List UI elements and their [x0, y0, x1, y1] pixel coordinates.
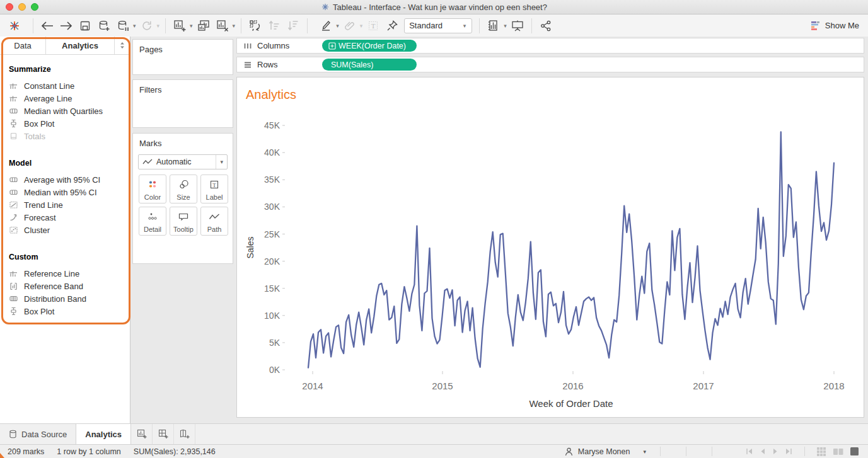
last-sheet-icon[interactable]: [785, 448, 793, 455]
analytics-item-forecast[interactable]: Forecast: [0, 211, 130, 224]
reference-line-icon: [9, 269, 18, 278]
tableau-logo[interactable]: [6, 17, 23, 35]
format-workbook-button[interactable]: [342, 17, 358, 35]
highlight-button[interactable]: [318, 17, 334, 35]
analytics-item-box-plot-custom[interactable]: Box Plot: [0, 305, 130, 318]
x-tick-label: 2014: [302, 381, 323, 391]
cluster-icon: [9, 226, 18, 234]
new-dashboard-tab-button[interactable]: [153, 424, 174, 444]
analytics-item-reference-line[interactable]: Reference Line: [0, 267, 130, 280]
data-source-tab[interactable]: Data Source: [0, 424, 76, 444]
x-tick-label: 2017: [693, 381, 714, 391]
fit-dropdown-caret: ▾: [463, 23, 466, 29]
duplicate-sheet-button[interactable]: [195, 17, 212, 35]
pause-auto-updates-button[interactable]: [115, 17, 131, 35]
svg-text:T: T: [212, 181, 216, 188]
next-sheet-icon[interactable]: [772, 448, 778, 455]
show-me-button[interactable]: Show Me: [811, 20, 859, 31]
first-sheet-icon[interactable]: [745, 448, 753, 455]
window-title: Tableau - Interface - Wat kun je waar vi…: [333, 3, 547, 12]
tableau-logo-icon: [8, 19, 21, 33]
save-button[interactable]: [77, 17, 93, 35]
analytics-item-label: Totals: [24, 132, 45, 141]
analytics-item-reference-band[interactable]: Reference Band: [0, 280, 130, 292]
mark-type-dropdown[interactable]: Automatic ▾: [138, 154, 228, 169]
sales-line[interactable]: [308, 132, 834, 367]
show-tabs-view-icon[interactable]: [816, 447, 826, 457]
filters-shelf[interactable]: Filters: [132, 79, 233, 128]
y-tick-label: 5K: [269, 338, 281, 348]
analytics-item-average-95ci[interactable]: Average with 95% CI: [0, 173, 130, 186]
new-worksheet-caret[interactable]: ▾: [190, 23, 193, 29]
redo-button[interactable]: [58, 17, 74, 35]
undo-button[interactable]: [39, 17, 55, 35]
show-mark-labels-button[interactable]: [485, 17, 502, 35]
path-button[interactable]: Path: [200, 207, 228, 236]
sheet-tab-analytics[interactable]: Analytics: [76, 424, 131, 444]
sheet-canvas[interactable]: Analytics 0K5K10K15K20K25K30K35K40K45K20…: [236, 77, 864, 418]
rows-pill-sum-sales[interactable]: SUM(Sales): [322, 59, 417, 71]
analytics-item-distribution-band[interactable]: Distribution Band: [0, 292, 130, 305]
y-tick-label: 30K: [264, 202, 281, 212]
marks-count: 209 marks: [8, 447, 44, 456]
tooltip-button[interactable]: Tooltip: [170, 207, 197, 236]
analytics-item-cluster[interactable]: Cluster: [0, 224, 130, 236]
previous-sheet-icon[interactable]: [760, 448, 766, 455]
detail-icon: [148, 212, 158, 222]
worksheet-area: Columns WEEK(Order Date) Rows SUM(Sales)…: [236, 37, 864, 423]
presentation-mode-button[interactable]: [509, 17, 526, 35]
user-menu[interactable]: Maryse Monen ▾: [558, 447, 652, 457]
sort-descending-button[interactable]: [285, 17, 301, 35]
columns-shelf[interactable]: Columns WEEK(Order Date): [236, 38, 864, 54]
x-tick-label: 2015: [432, 381, 453, 391]
reference-band-icon: [9, 282, 18, 290]
color-button[interactable]: Color: [139, 175, 166, 203]
analytics-item-median-with-quartiles[interactable]: Median with Quartiles: [0, 105, 130, 117]
label-button[interactable]: T Label: [200, 175, 228, 203]
new-worksheet-button[interactable]: [171, 17, 188, 35]
share-button[interactable]: [538, 17, 554, 35]
sheet-view-icon[interactable]: [850, 447, 859, 456]
pause-auto-updates-caret[interactable]: ▾: [133, 23, 136, 29]
detail-button[interactable]: Detail: [139, 207, 166, 236]
text-format-button[interactable]: T: [365, 17, 381, 35]
columns-shelf-label: Columns: [257, 41, 289, 50]
size-button[interactable]: Size: [170, 175, 197, 203]
rows-shelf[interactable]: Rows SUM(Sales): [236, 57, 864, 72]
add-data-source-icon: [97, 19, 111, 33]
new-worksheet-tab-button[interactable]: [131, 424, 153, 444]
x-axis-title: Week of Order Date: [529, 398, 613, 409]
tab-analytics[interactable]: Analytics: [46, 37, 115, 54]
analytics-item-average-line[interactable]: Average Line: [0, 92, 130, 105]
clear-sheet-caret[interactable]: ▾: [233, 23, 236, 29]
analytics-item-constant-line[interactable]: Constant Line: [0, 79, 130, 92]
save-icon: [79, 20, 91, 32]
pane-collapse-control[interactable]: [115, 37, 130, 54]
columns-pill-week-order-date[interactable]: WEEK(Order Date): [322, 40, 417, 52]
add-data-source-button[interactable]: [96, 17, 112, 35]
pin-button[interactable]: [384, 17, 400, 35]
analytics-item-trend-line[interactable]: Trend Line: [0, 198, 130, 211]
label-icon: T: [209, 180, 219, 190]
tab-data[interactable]: Data: [0, 37, 46, 54]
columns-pill-label: WEEK(Order Date): [339, 42, 406, 50]
sales-line-chart[interactable]: 0K5K10K15K20K25K30K35K40K45K201420152016…: [237, 108, 864, 417]
marks-buttons: Color Size T Label Detail Tooltip: [139, 175, 233, 236]
format-workbook-caret[interactable]: ▾: [360, 23, 363, 29]
analytics-item-box-plot[interactable]: Box Plot: [0, 117, 130, 130]
refresh-data-caret[interactable]: ▾: [157, 23, 160, 29]
analytics-item-totals[interactable]: Totals: [0, 130, 130, 142]
clear-sheet-button[interactable]: [214, 17, 231, 35]
filmstrip-view-icon[interactable]: [833, 447, 843, 457]
rows-pill-label: SUM(Sales): [331, 60, 373, 69]
highlight-caret[interactable]: ▾: [336, 23, 339, 29]
sort-ascending-button[interactable]: [266, 17, 282, 35]
fit-dropdown[interactable]: Standard ▾: [404, 18, 472, 33]
new-story-tab-button[interactable]: [174, 424, 195, 444]
swap-rows-columns-button[interactable]: [247, 17, 263, 35]
show-mark-labels-caret[interactable]: ▾: [504, 23, 507, 29]
refresh-data-button[interactable]: [139, 17, 155, 35]
analytics-item-label: Distribution Band: [24, 294, 86, 304]
pages-shelf[interactable]: Pages: [132, 39, 233, 75]
analytics-item-median-95ci[interactable]: Median with 95% CI: [0, 186, 130, 198]
